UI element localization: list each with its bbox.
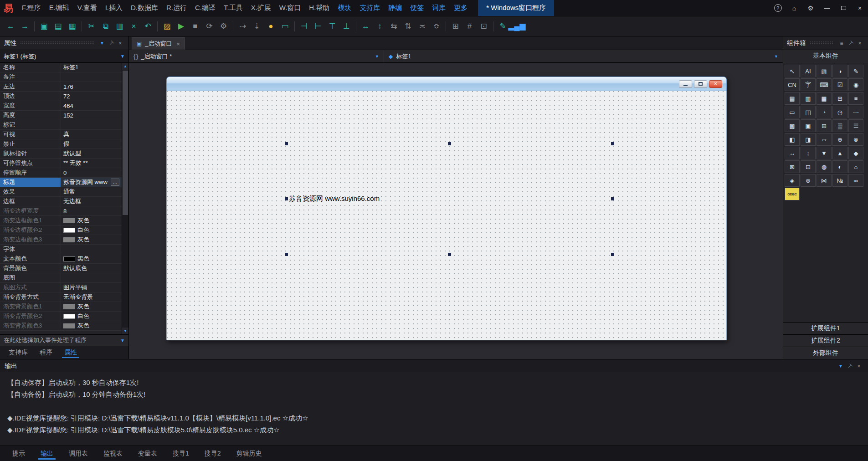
tab-close-icon[interactable]: ×: [177, 41, 180, 47]
component-icon-8[interactable]: ⌨: [817, 78, 832, 91]
property-row-13[interactable]: 标题苏音资源网 www…: [0, 178, 122, 187]
design-canvas[interactable]: × 苏音资源网 www.suyin66.com: [129, 63, 783, 359]
component-icon-15[interactable]: ≡: [848, 92, 863, 105]
component-icon-11[interactable]: ▤: [785, 92, 800, 105]
same-size-icon[interactable]: ⊞: [448, 19, 462, 33]
save-icon[interactable]: ▦: [65, 19, 79, 33]
component-icon-20[interactable]: ⋯: [848, 106, 863, 118]
component-icon-3[interactable]: ▧: [817, 65, 832, 77]
component-icon-19[interactable]: ◷: [832, 106, 847, 118]
close-icon[interactable]: ×: [854, 363, 863, 369]
property-row-7[interactable]: 标记: [0, 120, 122, 130]
property-row-2[interactable]: 备注: [0, 72, 122, 82]
tab-order-icon[interactable]: ⊡: [477, 19, 491, 33]
menu-item-7[interactable]: C.编译: [191, 0, 220, 16]
component-icon-29[interactable]: ⊕: [832, 133, 847, 146]
property-row-10[interactable]: 鼠标指针默认型: [0, 149, 122, 159]
component-icon-5[interactable]: ✎: [848, 65, 863, 77]
component-icon-2[interactable]: AI: [801, 65, 816, 77]
property-row-20[interactable]: 字体: [0, 245, 122, 254]
menu-extra-item-2[interactable]: 支持库: [355, 0, 384, 16]
bottom-tab-3[interactable]: 调用表: [61, 446, 96, 461]
property-row-8[interactable]: 可视真: [0, 130, 122, 139]
compile-icon[interactable]: ⚙: [216, 19, 231, 33]
component-section-4[interactable]: 外部组件: [783, 347, 868, 359]
pin-icon[interactable]: ⊤: [845, 37, 856, 48]
chevron-down-icon[interactable]: ▼: [836, 363, 845, 369]
property-row-11[interactable]: 可停留焦点** 无效 **: [0, 159, 122, 168]
align-top-icon[interactable]: ⊤: [325, 19, 339, 33]
property-row-6[interactable]: 高度152: [0, 111, 122, 120]
maximize-button[interactable]: [835, 0, 852, 16]
same-width-icon[interactable]: ≍: [415, 19, 429, 33]
space-horizontal-icon[interactable]: ⇆: [387, 19, 401, 33]
selection-handle-bottom-center[interactable]: [448, 253, 451, 256]
component-icon-9[interactable]: ☑: [832, 78, 847, 91]
menu-item-1[interactable]: F.程序: [18, 0, 45, 16]
component-icon-31[interactable]: ↔: [785, 147, 800, 159]
property-row-25[interactable]: 渐变背景方式无渐变背景: [0, 292, 122, 302]
close-button[interactable]: ×: [852, 0, 868, 16]
property-row-12[interactable]: 停留顺序0: [0, 168, 122, 178]
component-icon-27[interactable]: ◨: [801, 133, 816, 146]
properties-scrollbar[interactable]: ▲ ▼: [122, 63, 128, 334]
menu-extra-item-6[interactable]: 更多: [450, 0, 472, 16]
component-icon-26[interactable]: ◧: [785, 133, 800, 146]
selection-handle-bottom-right[interactable]: [611, 253, 614, 256]
run-icon[interactable]: ▶: [174, 19, 188, 33]
menu-extra-item-5[interactable]: 词库: [428, 0, 450, 16]
menu-extra-item-4[interactable]: 便签: [406, 0, 428, 16]
label-control[interactable]: 苏音资源网 www.suyin66.com: [286, 143, 612, 254]
selection-handle-middle-right[interactable]: [611, 197, 614, 200]
component-icon-34[interactable]: ▲: [832, 147, 847, 159]
pin-icon[interactable]: ⊤: [106, 37, 117, 48]
drag-grip[interactable]: [810, 41, 833, 45]
selection-handle-middle-left[interactable]: [285, 197, 288, 200]
menu-extra-item-3[interactable]: 静编: [384, 0, 406, 16]
component-icon-13[interactable]: ▦: [817, 92, 832, 105]
breakpoint-bulb-icon[interactable]: ●: [264, 19, 278, 33]
navigate-back-icon[interactable]: ←: [4, 19, 18, 33]
property-row-23[interactable]: 底图: [0, 273, 122, 283]
component-icon-37[interactable]: ⊡: [801, 160, 816, 173]
ellipsis-button[interactable]: …: [111, 179, 119, 186]
component-section-2[interactable]: 扩展组件1: [783, 322, 868, 334]
open-file-icon[interactable]: ▤: [51, 19, 65, 33]
form-restore-button[interactable]: [694, 80, 707, 88]
property-row-4[interactable]: 顶边72: [0, 92, 122, 101]
scroll-down-icon[interactable]: ▼: [122, 328, 128, 334]
new-file-icon[interactable]: ▣: [37, 19, 51, 33]
menu-item-11[interactable]: H.帮助: [305, 0, 334, 16]
restart-icon[interactable]: ⟳: [202, 19, 216, 33]
left-tab-3[interactable]: 属性: [58, 346, 83, 359]
left-tab-2[interactable]: 程序: [34, 346, 58, 359]
component-icon-32[interactable]: ↕: [801, 147, 816, 159]
component-icon-16[interactable]: ▭: [785, 106, 800, 118]
component-icon-1[interactable]: ↖: [785, 65, 800, 77]
close-icon[interactable]: ×: [116, 40, 125, 46]
component-icon-28[interactable]: ▱: [817, 133, 832, 146]
property-row-1[interactable]: 名称标签1: [0, 63, 122, 72]
program-tab[interactable]: * Windows窗口程序: [478, 0, 554, 16]
component-icon-21[interactable]: ▩: [785, 119, 800, 132]
property-row-3[interactable]: 左边176: [0, 82, 122, 92]
breadcrumb-form-selector[interactable]: { } _启动窗口 * ▼: [129, 50, 384, 62]
form-titlebar[interactable]: ×: [166, 77, 727, 91]
property-row-5[interactable]: 宽度464: [0, 101, 122, 111]
center-horizontal-icon[interactable]: ↔: [359, 19, 373, 33]
center-vertical-icon[interactable]: ↕: [373, 19, 387, 33]
component-icon-24[interactable]: ▒: [832, 119, 847, 132]
property-row-15[interactable]: 边框无边框: [0, 197, 122, 206]
component-icon-42[interactable]: ⊛: [801, 174, 816, 187]
settings-button[interactable]: ⚙: [802, 0, 819, 16]
chevron-down-icon[interactable]: ▼: [98, 41, 107, 46]
scrollbar-track[interactable]: [122, 70, 128, 328]
breadcrumb-component-selector[interactable]: ◆ 标签1 ▼: [384, 50, 783, 62]
component-icon-14[interactable]: ⊟: [832, 92, 847, 105]
bottom-tab-7[interactable]: 搜寻2: [197, 446, 229, 461]
navigate-forward-icon[interactable]: →: [18, 19, 32, 33]
selection-handle-top-right[interactable]: [611, 142, 614, 145]
form-close-button[interactable]: ×: [709, 80, 722, 88]
menu-item-4[interactable]: I.插入: [101, 0, 127, 16]
form-body[interactable]: 苏音资源网 www.suyin66.com: [166, 91, 727, 340]
